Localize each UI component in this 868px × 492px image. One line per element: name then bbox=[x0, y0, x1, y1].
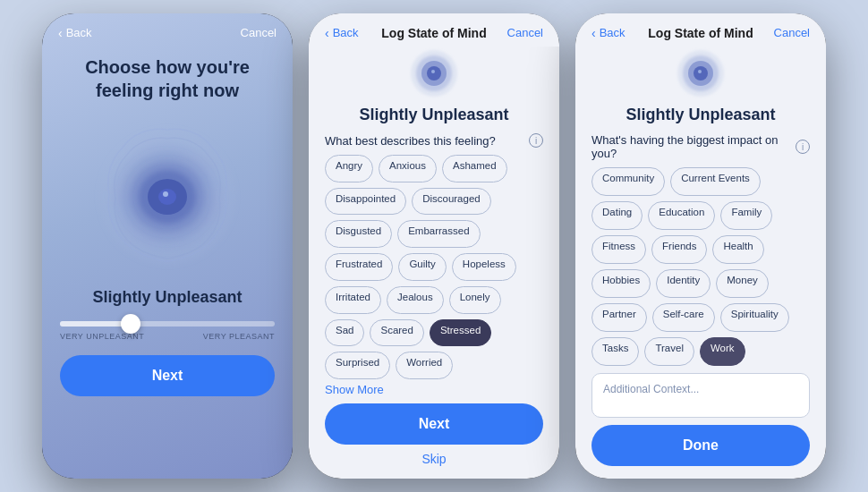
screen-1: ‹ Back Cancel Choose how you're feeling … bbox=[42, 13, 293, 479]
question-row-2: What best describes this feeling? i bbox=[325, 133, 543, 148]
btn-area-3: Done bbox=[591, 425, 810, 466]
mood-orb-2 bbox=[407, 47, 461, 100]
screen-2: ‹ Back Log State of Mind Cancel bbox=[309, 13, 559, 479]
tag-worried[interactable]: Worried bbox=[396, 352, 453, 379]
tag-stressed[interactable]: Stressed bbox=[430, 319, 491, 347]
back-button-1[interactable]: ‹ Back bbox=[58, 26, 92, 39]
tag-partner[interactable]: Partner bbox=[591, 303, 647, 332]
screen-1-heading: Choose how you're feeling right now bbox=[60, 55, 275, 102]
tag-dating[interactable]: Dating bbox=[591, 201, 642, 230]
tag-jealous[interactable]: Jealous bbox=[387, 286, 444, 314]
info-icon-3[interactable]: i bbox=[796, 140, 810, 154]
question-text-2: What best describes this feeling? bbox=[325, 134, 529, 148]
back-button-2[interactable]: ‹ Back bbox=[325, 26, 359, 39]
mood-label-1: Slightly Unpleasant bbox=[92, 288, 242, 307]
next-button-2[interactable]: Next bbox=[325, 403, 543, 445]
phone-2: ‹ Back Log State of Mind Cancel bbox=[309, 13, 559, 479]
screen-3-content: Slightly Unpleasant What's having the bi… bbox=[575, 47, 826, 479]
tag-embarrassed[interactable]: Embarrassed bbox=[397, 220, 480, 248]
tags-area-2: Angry Anxious Ashamed Disappointed Disco… bbox=[325, 155, 543, 379]
tag-surprised[interactable]: Surprised bbox=[325, 352, 390, 379]
slider-labels: VERY UNPLEASANT VERY PLEASANT bbox=[60, 332, 275, 341]
tag-guilty[interactable]: Guilty bbox=[398, 253, 446, 281]
tag-irritated[interactable]: Irritated bbox=[325, 286, 381, 314]
screen-2-content: Slightly Unpleasant What best describes … bbox=[309, 47, 559, 479]
cancel-button-2[interactable]: Cancel bbox=[507, 26, 543, 39]
mood-slider[interactable]: VERY UNPLEASANT VERY PLEASANT bbox=[60, 321, 275, 341]
tag-ashamed[interactable]: Ashamed bbox=[442, 155, 507, 182]
tag-scared[interactable]: Scared bbox=[370, 319, 423, 347]
info-icon-2[interactable]: i bbox=[529, 133, 543, 148]
back-button-3[interactable]: ‹ Back bbox=[591, 26, 625, 39]
tag-sad[interactable]: Sad bbox=[325, 319, 364, 347]
mood-label-3: Slightly Unpleasant bbox=[625, 106, 775, 124]
tag-lonely[interactable]: Lonely bbox=[449, 286, 501, 314]
tag-work[interactable]: Work bbox=[700, 337, 745, 366]
cancel-button-1[interactable]: Cancel bbox=[241, 26, 277, 39]
back-label-1: Back bbox=[66, 26, 92, 39]
tag-travel[interactable]: Travel bbox=[644, 337, 694, 366]
tag-self-care[interactable]: Self-care bbox=[652, 303, 715, 332]
slider-track bbox=[60, 321, 275, 327]
nav-bar-3: ‹ Back Log State of Mind Cancel bbox=[575, 13, 826, 47]
mood-orb-3 bbox=[674, 47, 728, 100]
tag-spirituality[interactable]: Spirituality bbox=[720, 303, 789, 332]
phone-3: ‹ Back Log State of Mind Cancel Slightly… bbox=[575, 13, 826, 479]
next-button-1[interactable]: Next bbox=[60, 355, 275, 396]
skip-button-2[interactable]: Skip bbox=[421, 452, 446, 466]
tag-family[interactable]: Family bbox=[720, 201, 772, 230]
nav-bar-2: ‹ Back Log State of Mind Cancel bbox=[309, 13, 559, 47]
tag-frustrated[interactable]: Frustrated bbox=[325, 253, 393, 281]
mood-orb-1 bbox=[87, 116, 248, 277]
nav-title-3: Log State of Mind bbox=[648, 26, 753, 40]
tag-disgusted[interactable]: Disgusted bbox=[325, 220, 392, 248]
chevron-left-icon-1: ‹ bbox=[58, 27, 63, 39]
slider-thumb[interactable] bbox=[121, 314, 140, 334]
chevron-left-icon-3: ‹ bbox=[591, 27, 596, 39]
tag-identity[interactable]: Identity bbox=[656, 269, 711, 298]
tag-current-events[interactable]: Current Events bbox=[670, 167, 761, 196]
cancel-button-3[interactable]: Cancel bbox=[774, 26, 810, 39]
tags-area-3: Community Current Events Dating Educatio… bbox=[591, 167, 810, 366]
additional-context-placeholder: Additional Context... bbox=[603, 383, 699, 395]
nav-title-2: Log State of Mind bbox=[381, 26, 486, 40]
tag-friends[interactable]: Friends bbox=[651, 235, 707, 264]
question-text-3: What's having the biggest impact on you? bbox=[591, 133, 796, 160]
tag-hopeless[interactable]: Hopeless bbox=[452, 253, 516, 281]
svg-point-17 bbox=[698, 70, 702, 73]
svg-point-16 bbox=[694, 66, 708, 81]
tag-education[interactable]: Education bbox=[648, 201, 715, 230]
chevron-left-icon-2: ‹ bbox=[325, 27, 329, 39]
phone-1: ‹ Back Cancel Choose how you're feeling … bbox=[42, 13, 293, 479]
back-label-3: Back bbox=[600, 26, 625, 39]
done-button-3[interactable]: Done bbox=[591, 425, 810, 466]
tag-money[interactable]: Money bbox=[716, 269, 769, 298]
screen-1-content: Choose how you're feeling right now bbox=[42, 47, 293, 479]
tag-hobbies[interactable]: Hobbies bbox=[591, 269, 651, 298]
tag-anxious[interactable]: Anxious bbox=[379, 155, 437, 182]
screen-3: ‹ Back Log State of Mind Cancel Slightly… bbox=[575, 13, 826, 479]
svg-point-12 bbox=[431, 70, 435, 73]
tag-discouraged[interactable]: Discouraged bbox=[412, 188, 491, 216]
tag-health[interactable]: Health bbox=[712, 235, 763, 264]
additional-context-input[interactable]: Additional Context... bbox=[591, 373, 810, 418]
svg-point-7 bbox=[163, 191, 168, 197]
mood-label-2: Slightly Unpleasant bbox=[359, 106, 508, 124]
tag-angry[interactable]: Angry bbox=[325, 155, 373, 182]
slider-label-right: VERY PLEASANT bbox=[203, 332, 275, 341]
btn-area-2: Next Skip bbox=[325, 403, 543, 466]
tag-tasks[interactable]: Tasks bbox=[591, 337, 639, 366]
show-more-link[interactable]: Show More bbox=[325, 383, 384, 396]
tag-fitness[interactable]: Fitness bbox=[591, 235, 646, 264]
nav-bar-1: ‹ Back Cancel bbox=[42, 13, 293, 47]
svg-point-6 bbox=[158, 189, 176, 205]
svg-point-11 bbox=[427, 66, 441, 81]
tag-disappointed[interactable]: Disappointed bbox=[325, 188, 406, 216]
question-row-3: What's having the biggest impact on you?… bbox=[591, 133, 810, 160]
back-label-2: Back bbox=[333, 26, 359, 39]
tag-community[interactable]: Community bbox=[591, 167, 665, 196]
